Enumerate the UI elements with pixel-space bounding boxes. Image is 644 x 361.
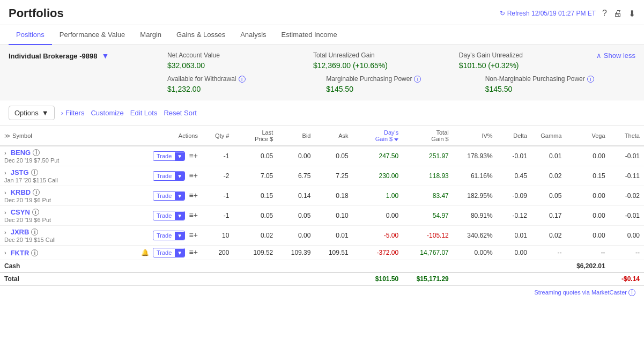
refresh-button[interactable]: ↻ Refresh 12/05/19 01:27 PM ET <box>500 10 596 17</box>
header-right: ↻ Refresh 12/05/19 01:27 PM ET ? 🖨 ⬇ <box>500 9 635 19</box>
tab-analysis[interactable]: Analysis <box>233 25 273 45</box>
trade-dropdown-arrow[interactable]: ▼ <box>175 232 184 240</box>
options-dropdown[interactable]: Options ▼ <box>9 106 55 120</box>
download-icon[interactable]: ⬇ <box>628 9 635 19</box>
symbol-info-icon[interactable]: i <box>33 189 40 196</box>
trade-button[interactable]: Trade ▼ <box>153 191 185 201</box>
row-expand-icon[interactable]: › <box>4 170 6 176</box>
marginable-info-icon[interactable]: i <box>414 76 421 83</box>
cell-last-price: 0.02 <box>233 226 277 246</box>
table-row: › CSYN i Dec 20 '19 $6 Put Trade ▼ ≡+ -1… <box>0 206 644 226</box>
symbol-info-icon[interactable]: i <box>33 149 40 156</box>
unrealized-gain-value: $12,369.00 (+10.65%) <box>313 61 442 70</box>
trade-dropdown-arrow[interactable]: ▼ <box>175 152 184 160</box>
trade-button[interactable]: Trade ▼ <box>153 171 185 181</box>
show-less-button[interactable]: ∧ Show less <box>596 51 635 60</box>
trade-dropdown-arrow[interactable]: ▼ <box>175 192 184 200</box>
table-container: ≫ Symbol Actions Qty # LastPrice $ Bid A… <box>0 126 644 285</box>
symbol-text: BENG <box>11 149 31 157</box>
trade-dropdown-arrow[interactable]: ▼ <box>175 249 184 257</box>
trade-button[interactable]: Trade ▼ <box>153 211 185 220</box>
cell-bid: 0.05 <box>277 206 315 226</box>
symbol-info-icon[interactable]: i <box>31 229 38 235</box>
add-to-list-icon[interactable]: ≡+ <box>189 211 198 219</box>
edit-lots-button[interactable]: Edit Lots <box>130 109 158 117</box>
trade-label[interactable]: Trade <box>153 172 175 180</box>
bell-icon[interactable]: 🔔 <box>141 249 149 256</box>
row-expand-icon[interactable]: › <box>4 150 6 156</box>
total-theta: -$0.14 <box>610 272 644 285</box>
expand-all-icon[interactable]: ≫ <box>4 132 11 139</box>
cell-iv: 61.16% <box>453 166 497 186</box>
trade-button[interactable]: Trade ▼ <box>153 151 185 161</box>
cell-bid: 0.14 <box>277 186 315 206</box>
tab-gains[interactable]: Gains & Losses <box>169 25 233 45</box>
trade-label[interactable]: Trade <box>153 211 175 220</box>
tab-income[interactable]: Estimated Income <box>274 25 345 45</box>
total-row: Total $101.50 $15,171.29 -$0.14 <box>0 272 644 285</box>
symbol-detail: Dec 20 '19 $15 Call <box>4 237 121 243</box>
trade-dropdown-arrow[interactable]: ▼ <box>175 172 184 180</box>
cell-ask: 0.10 <box>315 206 352 226</box>
cell-ask: 0.18 <box>315 186 352 206</box>
trade-label[interactable]: Trade <box>153 248 175 257</box>
customize-button[interactable]: Customize <box>91 109 123 117</box>
account-name: Individual Brokerage -9898 <box>9 52 97 60</box>
add-to-list-icon[interactable]: ≡+ <box>189 231 198 239</box>
row-expand-icon[interactable]: › <box>4 189 6 196</box>
cell-gamma: 0.02 <box>531 226 566 246</box>
symbol-info-icon[interactable]: i <box>31 169 38 176</box>
symbol-text: JSTG <box>11 168 29 176</box>
print-icon[interactable]: 🖨 <box>613 9 622 18</box>
reset-sort-button[interactable]: Reset Sort <box>164 109 196 117</box>
add-to-list-icon[interactable]: ≡+ <box>189 248 198 256</box>
cash-label: Cash <box>0 260 202 273</box>
non-marginable-info-icon[interactable]: i <box>587 76 594 83</box>
col-header-bid: Bid <box>277 126 315 146</box>
tab-margin[interactable]: Margin <box>132 25 169 45</box>
trade-button[interactable]: Trade ▼ <box>153 231 185 240</box>
trade-button[interactable]: Trade ▼ <box>153 248 185 257</box>
chevron-up-icon: ∧ <box>596 51 602 60</box>
footer-info-icon[interactable]: i <box>628 289 635 296</box>
help-icon[interactable]: ? <box>602 9 607 18</box>
col-header-symbol: ≫ Symbol <box>0 126 125 146</box>
add-to-list-icon[interactable]: ≡+ <box>189 171 198 180</box>
cell-iv: 80.91% <box>453 206 497 226</box>
symbol-info-icon[interactable]: i <box>32 209 39 216</box>
trade-dropdown-arrow[interactable]: ▼ <box>175 212 184 220</box>
symbol-info-icon[interactable]: i <box>31 249 38 256</box>
cell-days-gain: -5.00 <box>353 226 403 246</box>
cell-symbol: › JSTG i Jan 17 '20 $115 Call <box>0 166 125 186</box>
cell-qty: -2 <box>202 166 233 186</box>
withdrawal-info-icon[interactable]: i <box>239 76 246 83</box>
row-expand-icon[interactable]: › <box>4 209 6 216</box>
cell-gamma: 0.02 <box>531 166 566 186</box>
cell-ask: 7.25 <box>315 166 352 186</box>
account-dropdown-icon[interactable]: ▼ <box>101 51 109 60</box>
metric-marginable: Marginable Purchasing Power i $145.50 <box>317 75 476 93</box>
show-less-section: ∧ Show less <box>596 51 635 70</box>
cell-symbol: › KRBD i Dec 20 '19 $6 Put <box>0 186 125 206</box>
net-account-value-label: Net Account Value <box>167 51 220 59</box>
trade-label[interactable]: Trade <box>153 191 175 200</box>
row-expand-icon[interactable]: › <box>4 249 6 256</box>
tab-positions[interactable]: Positions <box>9 25 52 45</box>
withdrawal-value: $1,232.00 <box>167 85 309 93</box>
row-expand-icon[interactable]: › <box>4 229 6 235</box>
cell-days-gain: 1.00 <box>353 186 403 206</box>
tab-performance[interactable]: Performance & Value <box>52 25 133 45</box>
metric-non-marginable: Non-Marginable Purchasing Power i $145.5… <box>477 75 635 93</box>
add-to-list-icon[interactable]: ≡+ <box>189 191 198 200</box>
cell-delta: -0.09 <box>497 186 531 206</box>
col-header-days-gain[interactable]: Day'sGain $ <box>353 126 403 146</box>
cell-qty: -1 <box>202 186 233 206</box>
filters-button[interactable]: › Filters <box>61 109 85 117</box>
col-header-gamma: Gamma <box>531 126 566 146</box>
add-to-list-icon[interactable]: ≡+ <box>189 151 198 160</box>
cell-symbol: › BENG i Dec 20 '19 $7.50 Put <box>0 146 125 166</box>
symbol-text: FKTR <box>11 249 29 257</box>
trade-label[interactable]: Trade <box>153 152 175 160</box>
streaming-quotes-label: Streaming quotes via MarketCaster <box>535 289 627 296</box>
trade-label[interactable]: Trade <box>153 231 175 240</box>
